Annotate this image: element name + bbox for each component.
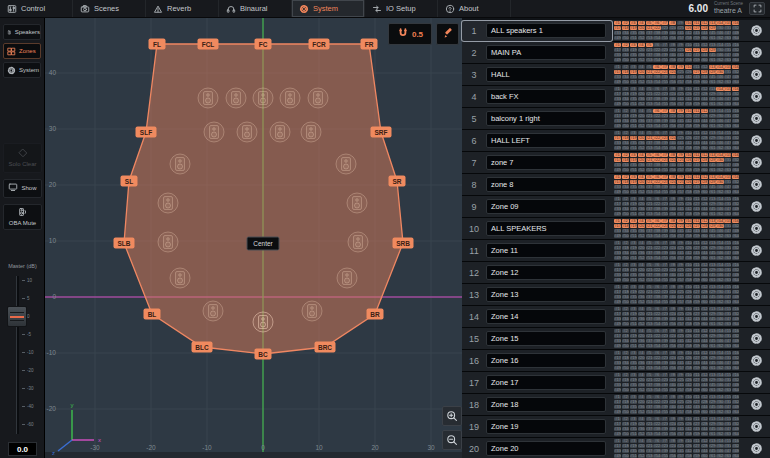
speaker-chip[interactable]: #57 <box>677 454 684 458</box>
speaker-chip[interactable]: #45 <box>709 141 716 145</box>
speaker-chip[interactable]: #28 <box>701 422 708 426</box>
speaker-chip[interactable]: #38 <box>653 251 660 255</box>
speaker-chip[interactable]: #45 <box>709 383 716 387</box>
speaker-chip[interactable]: #1 <box>614 395 621 399</box>
speaker-chip[interactable]: #17 <box>614 400 621 404</box>
speaker-chip[interactable]: #8 <box>669 197 676 201</box>
speaker-chip[interactable]: #64 <box>732 366 739 370</box>
speaker-chip[interactable]: #42 <box>685 317 692 321</box>
speaker-chip[interactable]: #12 <box>701 285 708 289</box>
speaker-chip[interactable]: #55 <box>661 36 668 40</box>
speaker-chip[interactable]: #16 <box>732 219 739 223</box>
speaker-chip[interactable]: #35 <box>630 317 637 321</box>
speaker-chip[interactable]: #9 <box>677 197 684 201</box>
speaker-chip[interactable]: #39 <box>661 163 668 167</box>
speaker-chip[interactable]: #44 <box>701 97 708 101</box>
speaker-chip[interactable]: #35 <box>630 449 637 453</box>
speaker-chip[interactable]: #4 <box>638 109 645 113</box>
speaker-chip[interactable]: #11 <box>693 417 700 421</box>
speaker-chip[interactable]: #63 <box>724 278 731 282</box>
speaker-chip[interactable]: #38 <box>653 427 660 431</box>
speaker-chip[interactable]: #44 <box>701 207 708 211</box>
speaker-chip[interactable]: #14 <box>716 329 723 333</box>
speaker-chip[interactable]: #28 <box>701 180 708 184</box>
speaker-chip[interactable]: #55 <box>661 278 668 282</box>
speaker-chip[interactable]: #37 <box>646 207 653 211</box>
speaker-chip[interactable]: #14 <box>716 175 723 179</box>
speaker-chip[interactable]: #52 <box>638 388 645 392</box>
speaker-chip[interactable]: #5 <box>646 263 653 267</box>
speaker-chip[interactable]: #48 <box>732 339 739 343</box>
zone-row[interactable]: 2MAIN PA#1#2#3#4#5#6#7#8#9#10#11#12#13#1… <box>462 42 770 64</box>
speaker-chip[interactable]: #35 <box>630 273 637 277</box>
speaker-chip[interactable]: #1 <box>614 417 621 421</box>
speaker-chip[interactable]: #25 <box>677 202 684 206</box>
speaker-chip[interactable]: #30 <box>716 70 723 74</box>
speaker-chip[interactable]: #34 <box>622 449 629 453</box>
zone-row[interactable]: 17Zone 17#1#2#3#4#5#6#7#8#9#10#11#12#13#… <box>462 372 770 394</box>
speaker-chip[interactable]: #63 <box>724 102 731 106</box>
speaker-chip[interactable]: #10 <box>685 439 692 443</box>
speaker-chip[interactable]: #45 <box>709 427 716 431</box>
speaker-chip[interactable]: #13 <box>709 65 716 69</box>
speaker-chip[interactable]: #55 <box>661 410 668 414</box>
speaker-chip[interactable]: #52 <box>638 102 645 106</box>
speaker-chip[interactable]: #30 <box>716 268 723 272</box>
speaker-chip[interactable]: #28 <box>701 268 708 272</box>
speaker-chip[interactable]: #30 <box>716 48 723 52</box>
speaker-chip[interactable]: #62 <box>716 212 723 216</box>
speaker-chip[interactable]: #63 <box>724 410 731 414</box>
zone-settings-button[interactable] <box>742 332 770 345</box>
speaker-chip[interactable]: #36 <box>638 141 645 145</box>
speaker-chip[interactable]: #63 <box>724 454 731 458</box>
speaker-chip[interactable]: #45 <box>709 75 716 79</box>
speaker-chip[interactable]: #63 <box>724 124 731 128</box>
speaker-chip[interactable]: #29 <box>709 114 716 118</box>
speaker-chip[interactable]: #19 <box>630 26 637 30</box>
speaker-chip[interactable]: #39 <box>661 317 668 321</box>
speaker-chip[interactable]: #59 <box>693 388 700 392</box>
speaker-chip[interactable]: #57 <box>677 278 684 282</box>
speaker-chip[interactable]: #50 <box>622 344 629 348</box>
speaker-chip[interactable]: #34 <box>622 251 629 255</box>
speaker-chip[interactable]: #25 <box>677 378 684 382</box>
speaker-chip[interactable]: #16 <box>732 241 739 245</box>
speaker-chip[interactable]: #40 <box>669 185 676 189</box>
speaker-chip[interactable]: #48 <box>732 229 739 233</box>
speaker-chip[interactable]: #56 <box>669 366 676 370</box>
speaker-chip[interactable]: #29 <box>709 92 716 96</box>
speaker-chip[interactable]: #37 <box>646 295 653 299</box>
speaker-label-br[interactable]: BR <box>367 309 384 320</box>
speaker-chip[interactable]: #28 <box>701 400 708 404</box>
speaker-icon[interactable] <box>348 232 368 252</box>
speaker-chip[interactable]: #34 <box>622 119 629 123</box>
speaker-chip[interactable]: #47 <box>724 75 731 79</box>
speaker-chip[interactable]: #6 <box>653 43 660 47</box>
speaker-chip[interactable]: #57 <box>677 80 684 84</box>
speaker-chip[interactable]: #3 <box>630 197 637 201</box>
speaker-chip[interactable]: #5 <box>646 65 653 69</box>
speaker-chip[interactable]: #16 <box>732 307 739 311</box>
speaker-chip[interactable]: #21 <box>646 136 653 140</box>
speaker-chip[interactable]: #9 <box>677 109 684 113</box>
speaker-chip[interactable]: #32 <box>732 224 739 228</box>
speaker-chip[interactable]: #18 <box>622 246 629 250</box>
speaker-chip[interactable]: #12 <box>701 373 708 377</box>
speaker-chip[interactable]: #3 <box>630 351 637 355</box>
speaker-chip[interactable]: #29 <box>709 48 716 52</box>
speaker-chip[interactable]: #58 <box>685 124 692 128</box>
speaker-chip[interactable]: #9 <box>677 65 684 69</box>
speaker-chip[interactable]: #23 <box>661 444 668 448</box>
speaker-chip[interactable]: #7 <box>661 395 668 399</box>
speaker-chip[interactable]: #9 <box>677 329 684 333</box>
speaker-chip[interactable]: #29 <box>709 444 716 448</box>
speaker-chip[interactable]: #22 <box>653 114 660 118</box>
speaker-chip[interactable]: #48 <box>732 427 739 431</box>
speaker-chip[interactable]: #42 <box>685 383 692 387</box>
speaker-chip[interactable]: #37 <box>646 449 653 453</box>
speaker-chip[interactable]: #43 <box>693 339 700 343</box>
speaker-chip[interactable]: #34 <box>622 383 629 387</box>
speaker-chip[interactable]: #7 <box>661 285 668 289</box>
speaker-chip[interactable]: #24 <box>669 378 676 382</box>
speaker-chip[interactable]: #12 <box>701 197 708 201</box>
